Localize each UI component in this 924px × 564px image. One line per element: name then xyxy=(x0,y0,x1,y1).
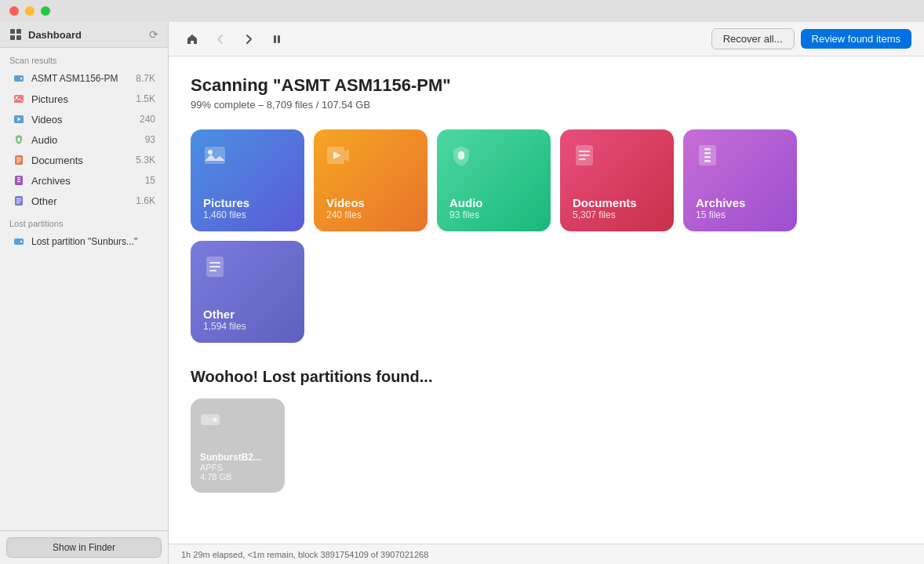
pictures-card-count: 1,460 files xyxy=(203,209,292,220)
sidebar-item-pictures[interactable]: Pictures 1.5K xyxy=(3,89,165,108)
sidebar-item-other[interactable]: Other 1.6K xyxy=(3,191,165,210)
scan-title: Scanning "ASMT ASM1156-PM" xyxy=(191,75,902,96)
partition-size: 4.78 GB xyxy=(200,472,275,482)
svg-rect-1 xyxy=(16,29,21,34)
svg-rect-11 xyxy=(16,160,21,161)
sidebar-item-count-archives: 15 xyxy=(145,175,155,186)
videos-card-icon xyxy=(326,144,415,167)
other-icon xyxy=(13,195,25,207)
sidebar-item-lost-partition[interactable]: Lost partition "Sunburs..." xyxy=(3,232,165,251)
pause-button[interactable] xyxy=(266,28,288,50)
sidebar-item-count-asmt: 8.7K xyxy=(136,73,155,84)
lost-partitions-title: Woohoo! Lost partitions found... xyxy=(191,368,902,386)
svg-rect-32 xyxy=(699,145,716,166)
pictures-card-label: Pictures xyxy=(203,196,292,209)
svg-rect-40 xyxy=(209,270,216,271)
sidebar-item-videos[interactable]: Videos 240 xyxy=(3,110,165,129)
sidebar-item-count-pictures: 1.5K xyxy=(136,93,155,104)
audio-icon xyxy=(13,133,25,146)
category-card-videos[interactable]: Videos 240 files xyxy=(314,129,427,231)
dashboard-row[interactable]: Dashboard ⟳ xyxy=(0,22,168,48)
svg-point-26 xyxy=(208,150,213,155)
audio-card-count: 93 files xyxy=(449,209,538,220)
svg-rect-31 xyxy=(579,158,586,160)
sidebar-item-count-videos: 240 xyxy=(140,114,155,125)
sidebar-item-asmt[interactable]: ASMT ASM1156-PM 8.7K xyxy=(3,69,165,88)
sidebar-item-label-lost-partition: Lost partition "Sunburs..." xyxy=(31,236,137,247)
category-card-documents[interactable]: Documents 5,307 files xyxy=(560,129,674,231)
sidebar-item-label-documents: Documents xyxy=(31,155,83,166)
drive-icon xyxy=(13,72,25,85)
videos-card-label: Videos xyxy=(326,196,415,209)
sidebar-item-archives[interactable]: Archives 15 xyxy=(3,171,165,190)
svg-rect-16 xyxy=(17,181,20,182)
category-card-other[interactable]: Other 1,594 files xyxy=(191,241,304,343)
sidebar-item-audio[interactable]: Audio 93 xyxy=(3,130,165,149)
category-card-pictures[interactable]: Pictures 1,460 files xyxy=(191,129,304,231)
scan-subtitle: 99% complete – 8,709 files / 107.54 GB xyxy=(191,99,902,111)
pictures-card-icon xyxy=(203,144,292,167)
svg-rect-36 xyxy=(704,160,711,162)
svg-rect-35 xyxy=(704,156,711,158)
svg-rect-29 xyxy=(579,151,590,152)
scan-results-label: Scan results xyxy=(0,48,168,68)
sidebar: Dashboard ⟳ Scan results ASMT ASM1156-PM… xyxy=(0,22,169,564)
svg-rect-4 xyxy=(14,75,24,82)
forward-button[interactable] xyxy=(238,28,260,50)
titlebar xyxy=(0,0,924,22)
show-in-finder-button[interactable]: Show in Finder xyxy=(6,537,162,558)
svg-point-5 xyxy=(20,78,22,79)
lost-partition-icon xyxy=(13,235,25,248)
spinner-icon: ⟳ xyxy=(149,28,158,41)
sidebar-item-documents[interactable]: Documents 5.3K xyxy=(3,151,165,169)
svg-rect-20 xyxy=(16,202,20,203)
partition-fs: APFS xyxy=(200,463,275,472)
partition-card-sunburst[interactable]: SunburstB2... APFS 4.78 GB xyxy=(191,398,285,493)
videos-card-count: 240 files xyxy=(326,209,415,220)
other-card-label: Other xyxy=(203,307,292,321)
svg-rect-14 xyxy=(17,177,20,178)
scroll-area: Scanning "ASMT ASM1156-PM" 99% complete … xyxy=(169,56,924,544)
sidebar-item-label-archives: Archives xyxy=(31,175,71,187)
svg-rect-39 xyxy=(209,266,220,267)
sidebar-item-count-documents: 5.3K xyxy=(136,155,155,166)
svg-rect-33 xyxy=(704,148,711,151)
svg-rect-2 xyxy=(10,35,15,40)
sidebar-item-label-other: Other xyxy=(31,195,57,207)
svg-rect-25 xyxy=(205,147,225,164)
svg-rect-24 xyxy=(278,35,280,43)
svg-rect-23 xyxy=(274,35,276,43)
grid-icon xyxy=(9,28,22,41)
sidebar-item-count-audio: 93 xyxy=(145,134,155,145)
svg-rect-38 xyxy=(209,262,220,264)
category-card-audio[interactable]: Audio 93 files xyxy=(437,129,551,231)
minimize-button[interactable] xyxy=(25,6,35,16)
partition-name: SunburstB2... xyxy=(200,452,275,463)
back-button[interactable] xyxy=(209,28,231,50)
svg-rect-0 xyxy=(10,29,15,34)
archives-card-count: 15 files xyxy=(696,209,784,220)
status-text: 1h 29m elapsed, <1m remain, block 389175… xyxy=(181,550,428,559)
review-found-button[interactable]: Review found items xyxy=(801,29,911,49)
videos-icon xyxy=(13,113,25,126)
partition-card-icon xyxy=(200,409,275,430)
recover-all-button[interactable]: Recover all... xyxy=(711,28,795,49)
close-button[interactable] xyxy=(9,6,19,16)
documents-card-count: 5,307 files xyxy=(573,209,661,220)
svg-rect-34 xyxy=(704,152,711,155)
svg-point-42 xyxy=(213,418,217,422)
sidebar-item-label-audio: Audio xyxy=(31,134,57,146)
svg-rect-12 xyxy=(16,162,20,162)
sidebar-item-label-videos: Videos xyxy=(31,114,63,126)
other-card-count: 1,594 files xyxy=(203,321,292,332)
category-card-archives[interactable]: Archives 15 files xyxy=(683,129,797,231)
archives-card-label: Archives xyxy=(696,196,784,209)
maximize-button[interactable] xyxy=(41,6,50,16)
svg-point-22 xyxy=(20,241,22,242)
svg-rect-19 xyxy=(16,201,21,202)
app-window: Dashboard ⟳ Scan results ASMT ASM1156-PM… xyxy=(0,22,924,564)
category-cards-grid: Pictures 1,460 files Videos 24 xyxy=(191,129,902,343)
home-button[interactable] xyxy=(181,28,203,50)
svg-rect-10 xyxy=(16,158,21,158)
dashboard-label: Dashboard xyxy=(9,28,82,41)
